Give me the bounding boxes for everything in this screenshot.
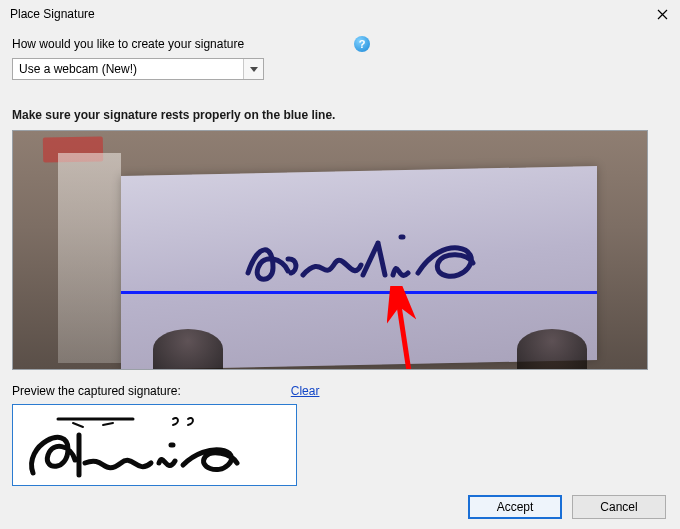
captured-signature-image: [13, 405, 298, 487]
close-icon: [657, 9, 668, 20]
instruction-text: Make sure your signature rests properly …: [12, 108, 668, 122]
close-button[interactable]: [652, 4, 672, 24]
window-title: Place Signature: [10, 7, 95, 21]
help-icon[interactable]: ?: [354, 36, 370, 52]
accept-button[interactable]: Accept: [468, 495, 562, 519]
signature-preview-box: [12, 404, 297, 486]
select-value: Use a webcam (New!): [13, 59, 243, 79]
alignment-blue-line: [121, 291, 597, 294]
preview-label: Preview the captured signature:: [12, 384, 181, 398]
signature-method-select[interactable]: Use a webcam (New!): [12, 58, 264, 80]
clear-link[interactable]: Clear: [291, 384, 320, 398]
background-glare: [58, 153, 121, 363]
chevron-down-icon: [243, 59, 263, 79]
create-method-label: How would you like to create your signat…: [12, 37, 244, 51]
cancel-button[interactable]: Cancel: [572, 495, 666, 519]
webcam-preview: [12, 130, 648, 370]
hand-shadow: [517, 329, 587, 369]
dialog-buttons: Accept Cancel: [468, 495, 666, 519]
title-bar: Place Signature: [0, 0, 680, 28]
hand-shadow: [153, 329, 223, 369]
